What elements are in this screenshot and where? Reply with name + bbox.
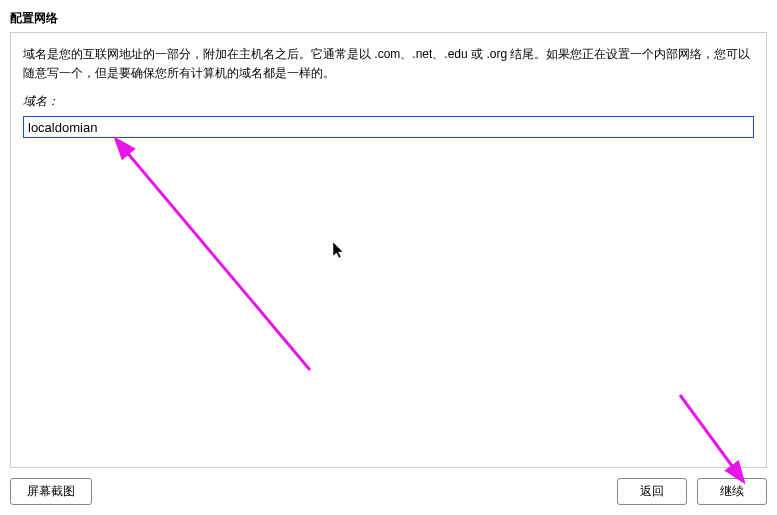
domain-input[interactable] [23, 116, 754, 138]
screenshot-button[interactable]: 屏幕截图 [10, 478, 92, 505]
page-title: 配置网络 [0, 0, 777, 32]
description-text: 域名是您的互联网地址的一部分，附加在主机名之后。它通常是以 .com、.net、… [23, 45, 754, 83]
domain-field-label: 域名： [23, 93, 754, 110]
content-panel: 域名是您的互联网地址的一部分，附加在主机名之后。它通常是以 .com、.net、… [10, 32, 767, 468]
footer-bar: 屏幕截图 返回 继续 [0, 468, 777, 515]
continue-button[interactable]: 继续 [697, 478, 767, 505]
back-button[interactable]: 返回 [617, 478, 687, 505]
